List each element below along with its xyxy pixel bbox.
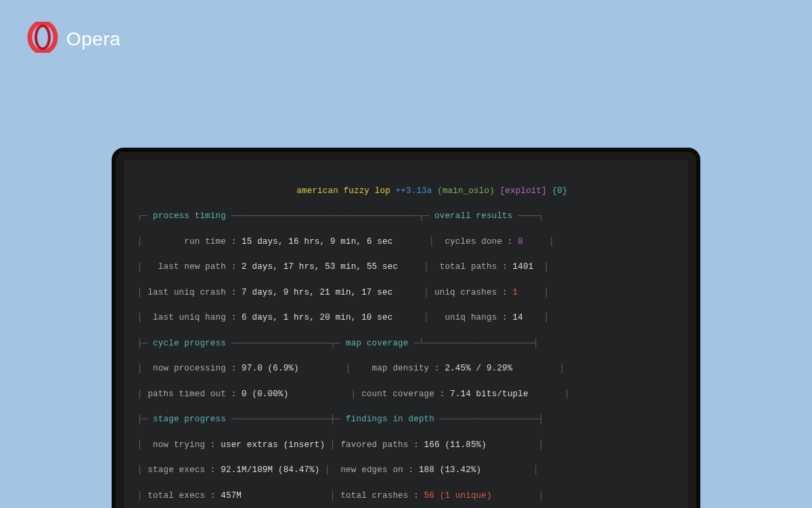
svg-point-1 (36, 26, 49, 49)
last-uniq-hang: │ last uniq hang : 6 days, 1 hrs, 20 min… (137, 312, 675, 324)
total-execs: │ total execs : 457M │ total crashes : 5… (137, 490, 675, 503)
opera-icon (27, 22, 58, 56)
last-uniq-crash: │ last uniq crash : 7 days, 9 hrs, 21 mi… (137, 287, 675, 299)
brand-logo: Opera (27, 22, 120, 56)
laptop-frame: american fuzzy lop ++3.13a (main_oslo) [… (112, 148, 700, 508)
afl-status-screen: american fuzzy lop ++3.13a (main_oslo) [… (137, 172, 675, 508)
afl-title: american fuzzy lop ++3.13a (main_oslo) [… (137, 185, 675, 198)
paths-timed-out: │ paths timed out : 0 (0.00%) │ count co… (137, 388, 675, 401)
border-mid1: ├─ cycle progress ───────────────────┬─ … (137, 337, 675, 350)
stage-execs: │ stage execs : 92.1M/109M (84.47%) │ ne… (137, 464, 675, 477)
now-trying: │ now trying : user extras (insert) │ fa… (137, 439, 675, 452)
brand-name: Opera (66, 28, 120, 50)
terminal-screen: american fuzzy lop ++3.13a (main_oslo) [… (124, 160, 688, 508)
run-time: │ run time : 15 days, 16 hrs, 9 min, 6 s… (137, 236, 675, 249)
border-top: ┌─ process timing ──────────────────────… (137, 210, 675, 223)
now-processing: │ now processing : 97.0 (6.9%) │ map den… (137, 362, 675, 375)
last-new-path: │ last new path : 2 days, 17 hrs, 53 min… (137, 261, 675, 274)
border-mid2: ├─ stage progress ───────────────────┼─ … (137, 413, 675, 426)
